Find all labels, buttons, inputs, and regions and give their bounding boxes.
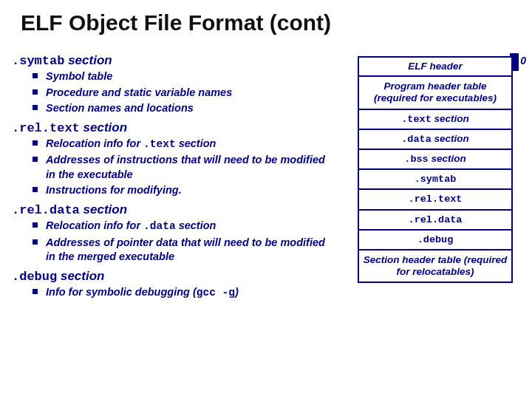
page-title: ELF Object File Format (cont) (21, 10, 331, 35)
offset-zero-label: 0 (520, 55, 526, 66)
reldata-code: .rel.data (12, 203, 80, 217)
cell-code: .bss (404, 154, 428, 165)
list-item: Addresses of instructions that will need… (33, 153, 335, 182)
diagram-cell-elf-header: ELF header (359, 58, 511, 77)
debug-heading: .debug section (12, 269, 335, 284)
list-item: Procedure and static variable names (33, 86, 335, 100)
diagram-cell-debug: .debug (359, 231, 511, 250)
debug-code: .debug (12, 270, 57, 284)
reldata-suffix: section (80, 202, 127, 216)
diagram-cell-symtab: .symtab (359, 170, 511, 190)
reltext-suffix: section (80, 120, 127, 134)
item-code: .data (143, 220, 176, 232)
diagram-cell-data: .data section (359, 130, 511, 150)
diagram-cell-bss: .bss section (359, 150, 511, 170)
debug-list: Info for symbolic debugging (gcc -g) (12, 285, 335, 301)
item-code: .text (143, 138, 176, 150)
symtab-suffix: section (64, 53, 112, 67)
diagram-cell-reldata: .rel.data (359, 211, 511, 231)
item-code: gcc -g (197, 287, 235, 299)
item-pre: Relocation info for (46, 219, 143, 231)
item-pre: Relocation info for (46, 137, 143, 149)
list-item: Addresses of pointer data that will need… (33, 236, 335, 265)
item-post: ) (235, 286, 239, 298)
cell-suffix: section (432, 133, 469, 144)
item-post: section (176, 219, 216, 231)
cell-code: .symtab (415, 174, 457, 185)
diagram-cell-reltext: .rel.text (359, 190, 511, 210)
symtab-list: Symbol table Procedure and static variab… (12, 69, 335, 116)
cell-suffix: section (432, 113, 469, 124)
cell-suffix: section (429, 153, 466, 164)
list-item: Section names and locations (33, 101, 335, 116)
slide-body: .symtab section Symbol table Procedure a… (12, 50, 335, 304)
symtab-code: .symtab (12, 54, 64, 68)
reldata-heading: .rel.data section (12, 202, 335, 217)
cell-code: .debug (417, 234, 454, 245)
symtab-heading: .symtab section (12, 53, 335, 68)
cell-code: .rel.text (409, 194, 463, 205)
cell-code: .text (401, 114, 432, 125)
cell-code: .rel.data (409, 214, 463, 225)
list-item: Info for symbolic debugging (gcc -g) (33, 285, 335, 301)
item-pre: Info for symbolic debugging ( (46, 286, 197, 298)
list-item: Symbol table (33, 69, 335, 84)
reltext-code: .rel.text (12, 121, 80, 135)
diagram-cell-program-header: Program header table (required for execu… (359, 77, 511, 109)
list-item: Relocation info for .data section (33, 219, 335, 234)
reldata-list: Relocation info for .data section Addres… (12, 219, 335, 265)
list-item: Instructions for modifying. (33, 183, 335, 198)
reltext-heading: .rel.text section (12, 120, 335, 135)
diagram-cell-section-header: Section header table (required for reloc… (359, 250, 511, 282)
elf-layout-diagram: ELF header Program header table (require… (358, 56, 513, 283)
list-item: Relocation info for .text section (33, 137, 335, 152)
reltext-list: Relocation info for .text section Addres… (12, 137, 335, 198)
cell-code: .data (401, 134, 432, 145)
item-post: section (176, 137, 216, 149)
diagram-cell-text: .text section (359, 110, 511, 130)
debug-suffix: section (57, 269, 104, 283)
